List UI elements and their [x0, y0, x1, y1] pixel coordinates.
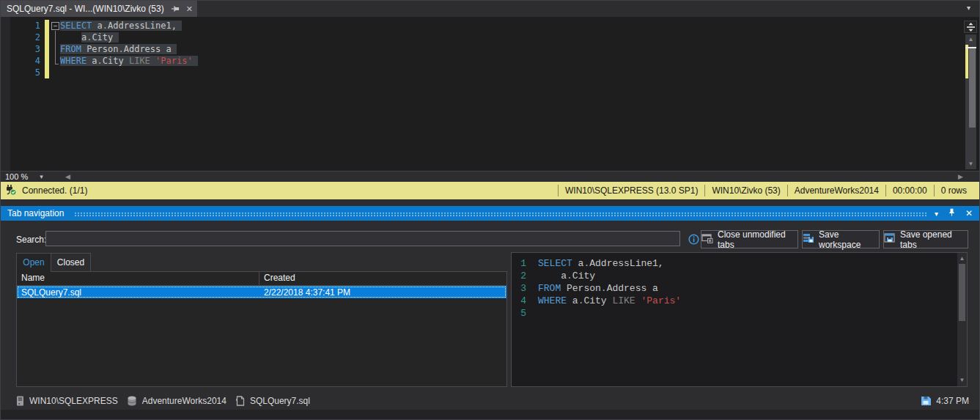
fold-region-line-end — [55, 64, 59, 65]
tab-closed[interactable]: Closed — [51, 253, 91, 272]
button-label: Close unmodified tabs — [718, 229, 797, 250]
line-number: 4 — [517, 295, 526, 307]
file-tab-sqlquery7[interactable]: SQLQuery7.sql - WI...(WIN10\Zivko (53))*… — [1, 1, 197, 17]
pin-icon[interactable] — [171, 4, 180, 13]
zoom-dropdown[interactable]: 100 % ▾ — [5, 172, 43, 181]
scroll-left-icon[interactable]: ◀ — [65, 173, 70, 180]
save-workspace-button[interactable]: Save workspace — [802, 230, 880, 248]
connected-plug-icon — [4, 184, 17, 198]
sql-preview-pane: 12345 SELECT a.AddressLine1, a.City FROM… — [511, 252, 968, 387]
titlebar-grip — [74, 212, 927, 217]
cell-created: 2/22/2018 4:37:41 PM — [259, 287, 506, 298]
status-database: AdventureWorks2014 — [788, 185, 885, 196]
scroll-down-icon[interactable]: ▼ — [957, 376, 967, 385]
fold-collapse-icon[interactable]: − — [51, 22, 59, 30]
save-tabs-icon — [884, 233, 896, 246]
zoom-chevron-down-icon[interactable]: ▾ — [40, 173, 43, 180]
code-line: FROM Person.Address a — [60, 43, 198, 55]
editor-splitter-handle[interactable] — [964, 21, 977, 33]
server-icon — [16, 396, 24, 406]
close-tabs-icon — [701, 233, 713, 246]
tool-window-title: Tab navigation — [7, 208, 64, 218]
preview-vertical-scrollbar[interactable]: ▲ ▼ — [957, 253, 967, 386]
tabs-table: Name Created SQLQuery7.sql 2/22/2018 4:3… — [16, 271, 507, 387]
line-number: 4 — [10, 55, 40, 67]
line-number: 3 — [10, 43, 40, 55]
line-number: 5 — [517, 307, 526, 320]
tab-open[interactable]: Open — [16, 253, 51, 272]
close-icon[interactable]: ✕ — [965, 208, 973, 218]
tab-navigation-titlebar[interactable]: Tab navigation ▾ ✕ — [1, 206, 979, 221]
connected-label: Connected. (1/1) — [22, 185, 87, 196]
code-line: WHERE a.City LIKE 'Paris' — [538, 295, 687, 307]
column-header-name[interactable]: Name — [17, 272, 259, 285]
scrollbar-change-marker — [965, 45, 968, 78]
window-bottom-edge — [1, 410, 979, 419]
code-line — [538, 307, 687, 320]
close-unmodified-tabs-button[interactable]: Close unmodified tabs — [701, 230, 798, 248]
database-icon — [127, 396, 137, 406]
preview-line-numbers: 12345 — [517, 257, 526, 320]
ssms-window: SQLQuery7.sql - WI...(WIN10\Zivko (53))*… — [0, 0, 980, 420]
zoom-level: 100 % — [5, 172, 28, 181]
code-line: SELECT a.AddressLine1, — [538, 257, 687, 270]
status-duration: 00:00:00 — [886, 185, 934, 196]
line-number: 1 — [517, 257, 526, 270]
save-time-icon — [921, 396, 931, 405]
save-opened-tabs-button[interactable]: Save opened tabs — [883, 230, 968, 248]
sql-editor[interactable]: 12345 − SELECT a.AddressLine1, a.City FR… — [1, 17, 979, 171]
track-changes-bar — [45, 20, 49, 78]
info-icon[interactable] — [688, 234, 699, 248]
editor-bottom-bar: 100 % ▾ ◀ ▶ — [1, 171, 979, 183]
table-header: Name Created — [17, 272, 506, 286]
close-tab-icon[interactable]: ✕ — [186, 4, 193, 14]
connection-status-bar: Connected. (1/1) WIN10\SQLEXPRESS (13.0 … — [1, 182, 979, 199]
scroll-up-icon[interactable]: ▲ — [957, 254, 967, 263]
button-label: Save opened tabs — [900, 229, 968, 250]
document-tab-strip: SQLQuery7.sql - WI...(WIN10\Zivko (53))*… — [1, 1, 979, 17]
search-input[interactable] — [45, 231, 680, 246]
cell-name: SQLQuery7.sql — [17, 287, 259, 298]
tool-window-status-bar: WIN10\SQLEXPRESS AdventureWorks2014 SQLQ… — [1, 391, 979, 410]
line-number: 2 — [517, 270, 526, 282]
code-line: WHERE a.City LIKE 'Paris' — [60, 55, 198, 67]
table-row[interactable]: SQLQuery7.sql 2/22/2018 4:37:41 PM — [17, 286, 506, 298]
bottom-database: AdventureWorks2014 — [142, 396, 226, 406]
preview-code: SELECT a.AddressLine1, a.City FROM Perso… — [538, 257, 687, 320]
pin-icon[interactable] — [948, 208, 956, 219]
search-label: Search: — [16, 235, 46, 245]
file-tab-title: SQLQuery7.sql - WI...(WIN10\Zivko (53))* — [7, 4, 164, 14]
status-login: WIN10\Zivko (53) — [705, 185, 786, 196]
script-file-icon — [235, 396, 245, 406]
code-line — [60, 67, 198, 78]
scroll-right-icon[interactable]: ▶ — [958, 173, 963, 180]
vertical-scrollbar-thumb[interactable] — [969, 48, 976, 128]
scroll-up-icon[interactable]: ▲ — [965, 35, 976, 44]
code-line: a.City — [60, 32, 198, 43]
status-server: WIN10\SQLEXPRESS (13.0 SP1) — [559, 185, 704, 196]
save-workspace-icon — [803, 233, 814, 246]
code-line: SELECT a.AddressLine1, — [60, 20, 198, 32]
line-number: 2 — [10, 32, 40, 43]
bottom-server: WIN10\SQLEXPRESS — [29, 396, 118, 406]
editor-code[interactable]: SELECT a.AddressLine1, a.City FROM Perso… — [60, 20, 198, 78]
bottom-time: 4:37 PM — [936, 396, 969, 406]
line-number: 5 — [10, 67, 40, 78]
code-line: FROM Person.Address a — [538, 282, 687, 295]
editor-vertical-scrollbar[interactable]: ▲ ▼ — [965, 34, 976, 169]
editor-line-numbers: 12345 — [10, 20, 40, 78]
bottom-file: SQLQuery7.sql — [250, 396, 310, 406]
code-line: a.City — [538, 270, 687, 282]
preview-scrollbar-thumb[interactable] — [959, 264, 965, 321]
column-header-created[interactable]: Created — [259, 272, 506, 285]
scroll-down-icon[interactable]: ▼ — [965, 160, 976, 169]
button-label: Save workspace — [819, 229, 879, 250]
indicator-margin — [1, 17, 10, 171]
document-list-chevron-down-icon[interactable]: ▾ — [967, 4, 970, 12]
fold-region-line — [55, 31, 56, 64]
status-rowcount: 0 rows — [935, 185, 973, 196]
line-number: 1 — [10, 20, 40, 32]
line-number: 3 — [517, 282, 526, 295]
window-position-chevron-down-icon[interactable]: ▾ — [935, 210, 938, 218]
